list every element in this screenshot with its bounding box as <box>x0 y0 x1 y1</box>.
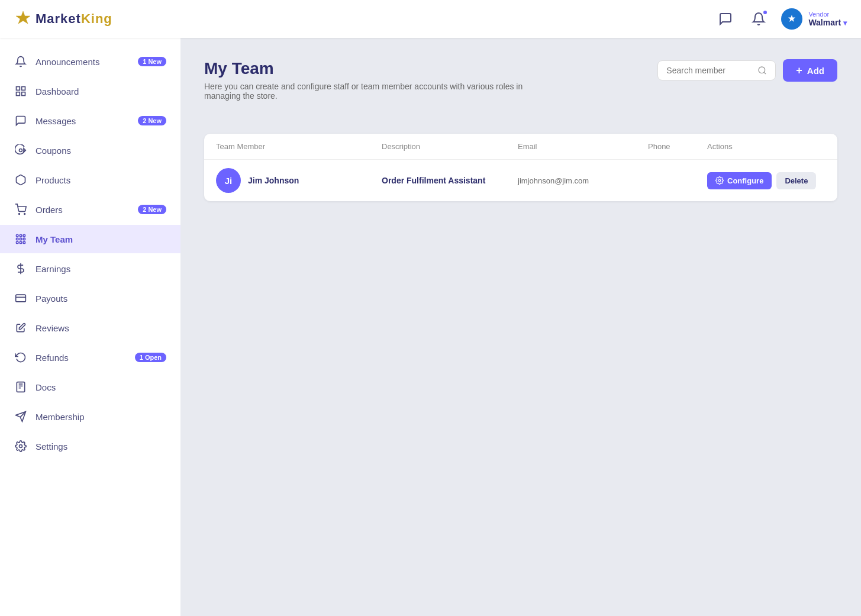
member-name: Jim Johnson <box>248 176 299 185</box>
coupons-icon <box>14 144 27 157</box>
sidebar-item-docs[interactable]: Docs <box>0 373 180 401</box>
logo: MarketKing <box>14 10 112 28</box>
svg-rect-6 <box>22 92 25 96</box>
svg-rect-14 <box>20 238 21 240</box>
sidebar-label-messages: Messages <box>36 116 76 126</box>
sidebar-label-dashboard: Dashboard <box>36 86 79 96</box>
col-team-member: Team Member <box>216 142 382 151</box>
svg-point-28 <box>20 445 22 448</box>
refunds-badge: 1 Open <box>135 353 166 362</box>
payouts-icon <box>14 292 27 305</box>
svg-rect-11 <box>20 235 21 237</box>
team-icon <box>14 233 27 246</box>
col-phone: Phone <box>648 142 707 151</box>
svg-rect-13 <box>17 238 18 240</box>
add-member-button[interactable]: + Add <box>783 59 837 82</box>
membership-icon <box>14 410 27 423</box>
svg-point-7 <box>20 149 22 152</box>
svg-point-9 <box>24 214 25 215</box>
orders-badge: 2 New <box>138 205 166 214</box>
notifications-icon-button[interactable] <box>748 8 769 30</box>
member-actions: Configure Delete <box>707 172 825 189</box>
sidebar-label-payouts: Payouts <box>36 294 67 304</box>
member-email: jimjohnson@jim.com <box>518 176 648 185</box>
col-actions: Actions <box>707 142 825 151</box>
messages-icon <box>14 114 27 127</box>
col-email: Email <box>518 142 648 151</box>
svg-rect-20 <box>16 295 26 302</box>
notification-badge <box>762 9 768 15</box>
sidebar-label-settings: Settings <box>36 441 67 451</box>
svg-rect-3 <box>17 87 20 91</box>
toolbar: + Add <box>657 59 837 82</box>
search-input[interactable] <box>666 66 753 75</box>
sidebar-label-orders: Orders <box>36 205 63 215</box>
search-box[interactable] <box>657 60 776 80</box>
sidebar-item-reviews[interactable]: Reviews <box>0 314 180 342</box>
sidebar-item-orders[interactable]: Orders 2 New <box>0 195 180 224</box>
member-avatar: Ji <box>216 168 241 193</box>
svg-rect-12 <box>23 235 25 237</box>
svg-line-30 <box>764 72 766 74</box>
sidebar-item-settings[interactable]: Settings <box>0 432 180 460</box>
configure-button[interactable]: Configure <box>707 172 772 189</box>
vendor-avatar <box>781 8 802 30</box>
sidebar-label-membership: Membership <box>36 412 85 422</box>
sidebar-label-refunds: Refunds <box>36 353 69 363</box>
sidebar-label-docs: Docs <box>36 382 56 392</box>
svg-point-31 <box>718 179 721 182</box>
svg-point-8 <box>19 214 20 215</box>
svg-rect-18 <box>23 241 25 243</box>
sidebar-label-announcements: Announcements <box>36 57 99 67</box>
main-layout: Announcements 1 New Dashboard Messages 2… <box>0 38 861 616</box>
svg-rect-17 <box>20 241 21 243</box>
announcements-badge: 1 New <box>138 57 166 66</box>
sidebar-item-dashboard[interactable]: Dashboard <box>0 77 180 105</box>
sidebar-item-my-team[interactable]: My Team <box>0 225 180 253</box>
sidebar-label-earnings: Earnings <box>36 264 70 274</box>
chat-icon-button[interactable] <box>715 8 736 30</box>
walmart-star-icon <box>786 13 798 25</box>
svg-rect-16 <box>17 241 18 243</box>
svg-marker-0 <box>16 11 30 24</box>
sidebar-label-reviews: Reviews <box>36 323 69 333</box>
table-row: Ji Jim Johnson Order Fulfilment Assistan… <box>204 160 837 201</box>
col-description: Description <box>382 142 518 151</box>
sidebar-item-announcements[interactable]: Announcements 1 New <box>0 47 180 76</box>
refunds-icon <box>14 351 27 364</box>
settings-icon <box>14 440 27 453</box>
sidebar-item-payouts[interactable]: Payouts <box>0 284 180 312</box>
reviews-icon <box>14 321 27 334</box>
products-icon <box>14 173 27 186</box>
page-title: My Team <box>204 59 559 78</box>
sidebar-item-earnings[interactable]: Earnings <box>0 254 180 283</box>
svg-rect-5 <box>17 92 20 96</box>
svg-rect-15 <box>23 238 25 240</box>
delete-button[interactable]: Delete <box>776 172 816 189</box>
sidebar-item-coupons[interactable]: Coupons <box>0 136 180 165</box>
sidebar-item-membership[interactable]: Membership <box>0 402 180 431</box>
sidebar-item-refunds[interactable]: Refunds 1 Open <box>0 343 180 372</box>
add-button-label: Add <box>807 66 824 76</box>
sidebar-item-products[interactable]: Products <box>0 166 180 194</box>
orders-icon <box>14 203 27 216</box>
team-table: Team Member Description Email Phone Acti… <box>204 134 837 201</box>
sidebar-label-my-team: My Team <box>36 234 73 244</box>
sidebar-item-messages[interactable]: Messages 2 New <box>0 107 180 135</box>
page-subtitle: Here you can create and configure staff … <box>204 82 559 101</box>
sidebar-label-products: Products <box>36 175 70 185</box>
dashboard-icon <box>14 85 27 98</box>
logo-king-text: King <box>81 11 112 26</box>
bell-sidebar-icon <box>14 55 27 68</box>
configure-icon <box>715 176 724 185</box>
logo-market-text: Market <box>36 11 81 26</box>
member-description: Order Fulfilment Assistant <box>382 176 518 185</box>
logo-icon <box>14 10 32 28</box>
earnings-icon <box>14 262 27 275</box>
vendor-menu[interactable]: Vendor Walmart ▾ <box>781 8 847 30</box>
chevron-down-icon: ▾ <box>843 19 847 27</box>
table-header: Team Member Description Email Phone Acti… <box>204 134 837 160</box>
sidebar: Announcements 1 New Dashboard Messages 2… <box>0 38 180 616</box>
search-icon <box>757 66 767 75</box>
sidebar-label-coupons: Coupons <box>36 146 71 156</box>
